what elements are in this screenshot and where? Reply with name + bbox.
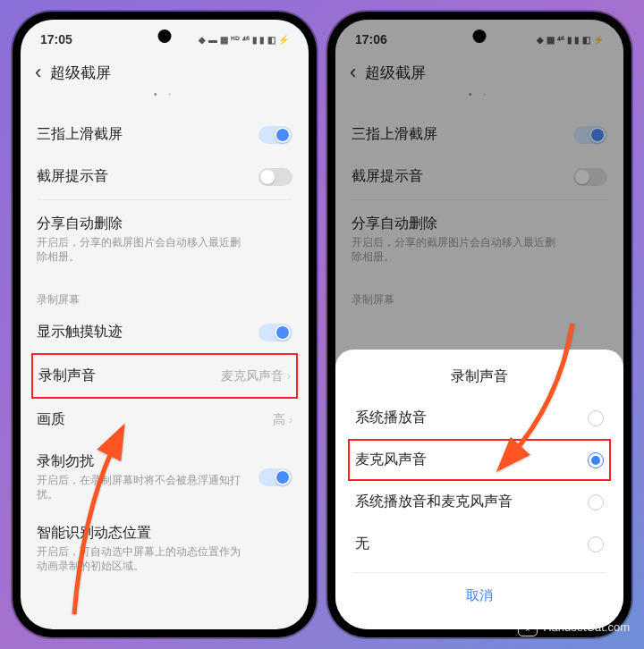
page-title: 超级截屏 (365, 63, 426, 83)
toggle-switch[interactable] (258, 324, 292, 341)
row-share-delete[interactable]: 分享自动删除 开启后，分享的截屏图片会自动移入最近删除相册。 (352, 202, 607, 276)
sheet-option-mic[interactable]: 麦克风声音 (348, 439, 611, 481)
toggle-switch[interactable] (258, 168, 292, 186)
row-screenshot-sound[interactable]: 截屏提示音 (352, 156, 607, 198)
action-sheet: 录制声音 系统播放音 麦克风声音 系统播放音和麦克风声音 无 取消 (335, 350, 623, 629)
status-icons: ◆ ▦ ⁴⁶ ▮ ▮ ◧ ⚡ (537, 35, 604, 45)
page-indicator: • · (335, 89, 623, 114)
page-header: ‹ 超级截屏 (21, 52, 309, 89)
row-label: 截屏提示音 (352, 167, 423, 186)
row-share-delete[interactable]: 分享自动删除 开启后，分享的截屏图片会自动移入最近删除相册。 (37, 202, 292, 276)
toggle-switch[interactable] (258, 126, 292, 144)
toggle-switch[interactable] (573, 168, 607, 186)
radio-icon[interactable] (588, 494, 604, 510)
row-label: 录制勿扰 (37, 452, 242, 471)
row-label: 显示触摸轨迹 (37, 323, 123, 341)
page-title: 超级截屏 (50, 63, 111, 83)
sheet-option-system[interactable]: 系统播放音 (352, 397, 607, 439)
option-label: 系统播放音和麦克风声音 (355, 493, 513, 511)
sheet-option-none[interactable]: 无 (352, 523, 607, 565)
divider (352, 199, 607, 200)
toggle-switch[interactable] (258, 468, 292, 486)
row-label: 三指上滑截屏 (352, 125, 437, 144)
sheet-title: 录制声音 (352, 367, 607, 386)
screen-left: 17:05 ◆ ▬ ▦ ᴴᴰ ⁴⁶ ▮ ▮ ◧ ⚡ ‹ 超级截屏 • · 三指上… (21, 20, 309, 629)
option-label: 无 (355, 535, 369, 553)
option-label: 系统播放音 (355, 409, 427, 427)
row-desc: 开启后，可自动选中屏幕上的动态位置作为动画录制的初始区域。 (37, 544, 242, 573)
option-label: 麦克风声音 (355, 451, 427, 469)
radio-icon[interactable] (588, 410, 604, 426)
toggle-switch[interactable] (573, 126, 607, 144)
sheet-cancel-button[interactable]: 取消 (352, 572, 607, 604)
divider (37, 199, 292, 200)
row-label: 截屏提示音 (37, 167, 108, 186)
status-icons: ◆ ▬ ▦ ᴴᴰ ⁴⁶ ▮ ▮ ◧ ⚡ (199, 35, 289, 45)
watermark-icon: ^ₓ^ (518, 617, 538, 636)
section-header: 录制屏幕 (37, 276, 292, 311)
settings-list: 三指上滑截屏 截屏提示音 分享自动删除 开启后，分享的截屏图片会自动移入最近删除… (21, 114, 309, 574)
row-label: 智能识别动态位置 (37, 524, 292, 543)
back-icon[interactable]: ‹ (350, 61, 365, 84)
page-header: ‹ 超级截屏 (335, 52, 623, 89)
row-value: 麦克风声音 › (221, 368, 291, 384)
row-label: 画质 (37, 410, 65, 429)
phone-left: 17:05 ◆ ▬ ▦ ᴴᴰ ⁴⁶ ▮ ▮ ◧ ⚡ ‹ 超级截屏 • · 三指上… (13, 12, 317, 637)
sheet-option-both[interactable]: 系统播放音和麦克风声音 (352, 481, 607, 523)
row-desc: 开启后，分享的截屏图片会自动移入最近删除相册。 (37, 235, 242, 264)
row-label: 三指上滑截屏 (37, 125, 123, 144)
row-record-sound[interactable]: 录制声音 麦克风声音 › (31, 353, 298, 399)
chevron-right-icon: › (289, 414, 292, 426)
screen-right: 17:06 ◆ ▦ ⁴⁶ ▮ ▮ ◧ ⚡ ‹ 超级截屏 • · 三指上滑截屏 截… (335, 20, 623, 629)
row-dnd[interactable]: 录制勿扰 开启后，在录制屏幕时将不会被悬浮通知打扰。 (37, 441, 292, 513)
radio-icon[interactable] (588, 536, 604, 552)
page-indicator: • · (21, 89, 309, 114)
row-value: 高 › (273, 412, 292, 428)
watermark: ^ₓ^ HandsetCat.com (518, 617, 630, 636)
camera-cutout (473, 30, 487, 43)
row-quality[interactable]: 画质 高 › (37, 399, 292, 441)
chevron-right-icon: › (287, 370, 291, 383)
status-time: 17:06 (355, 32, 387, 46)
row-smart-detect[interactable]: 智能识别动态位置 开启后，可自动选中屏幕上的动态位置作为动画录制的初始区域。 (37, 513, 292, 573)
row-label: 分享自动删除 (352, 215, 607, 233)
settings-list: 三指上滑截屏 截屏提示音 分享自动删除 开启后，分享的截屏图片会自动移入最近删除… (335, 114, 623, 311)
phone-right: 17:06 ◆ ▦ ⁴⁶ ▮ ▮ ◧ ⚡ ‹ 超级截屏 • · 三指上滑截屏 截… (327, 12, 631, 637)
row-screenshot-sound[interactable]: 截屏提示音 (37, 156, 292, 198)
row-touch-trace[interactable]: 显示触摸轨迹 (37, 311, 292, 353)
row-desc: 开启后，在录制屏幕时将不会被悬浮通知打扰。 (37, 473, 242, 502)
row-label: 录制声音 (38, 367, 96, 385)
row-label: 分享自动删除 (37, 215, 292, 233)
radio-icon[interactable] (588, 452, 604, 468)
row-swipe-screenshot[interactable]: 三指上滑截屏 (37, 114, 292, 156)
section-header: 录制屏幕 (352, 276, 607, 311)
row-swipe-screenshot[interactable]: 三指上滑截屏 (352, 114, 607, 156)
watermark-text: HandsetCat.com (543, 620, 630, 634)
status-time: 17:05 (40, 32, 72, 46)
back-icon[interactable]: ‹ (35, 61, 50, 84)
row-desc: 开启后，分享的截屏图片会自动移入最近删除相册。 (352, 235, 557, 264)
camera-cutout (158, 30, 172, 43)
